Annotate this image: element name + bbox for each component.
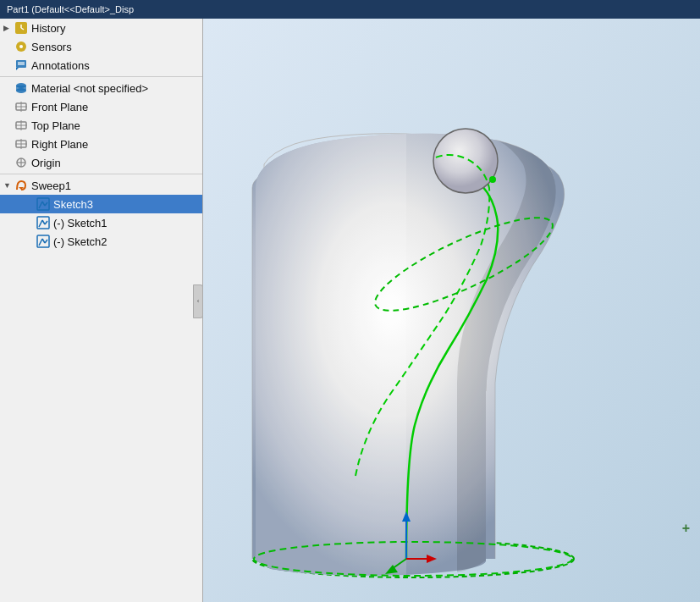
tree-icon-material [14, 80, 29, 96]
tree-icon-front-plane [14, 99, 29, 114]
tree-icon-sensors [14, 39, 29, 54]
tree-label-sketch3: Sketch3 [53, 198, 93, 211]
svg-marker-8 [16, 68, 19, 70]
svg-point-4 [19, 45, 23, 48]
tree-label-right-plane: Right Plane [31, 138, 88, 151]
tree-label-annotations: Annotations [31, 59, 90, 72]
tree-item-top-plane[interactable]: Top Plane [0, 116, 202, 135]
tree-arrow-history: ▶ [3, 24, 14, 32]
tree-label-front-plane: Front Plane [31, 101, 88, 113]
tree-icon-top-plane [14, 118, 29, 133]
tree-item-history[interactable]: ▶History [0, 19, 202, 37]
tree-divider [0, 76, 202, 77]
tree-item-front-plane[interactable]: Front Plane [0, 97, 202, 116]
tree-item-right-plane[interactable]: Right Plane [0, 135, 202, 153]
svg-line-35 [42, 239, 45, 243]
svg-line-28 [45, 202, 47, 206]
main-area: ▶HistorySensorsAnnotationsMaterial <not … [0, 19, 700, 602]
svg-line-36 [45, 240, 47, 243]
tree-icon-right-plane [14, 136, 29, 152]
tree-item-origin[interactable]: Origin [0, 153, 202, 172]
tree-label-history: History [31, 22, 65, 35]
tree-label-origin: Origin [31, 157, 61, 169]
tree-icon-origin [14, 155, 29, 170]
tree-item-sketch3[interactable]: Sketch3 [0, 195, 202, 213]
title-text: Part1 (Default<<Default>_Disp [7, 4, 134, 14]
tree-label-top-plane: Top Plane [31, 119, 80, 132]
tree-item-sensors[interactable]: Sensors [0, 37, 202, 56]
svg-line-27 [42, 202, 45, 206]
title-bar: Part1 (Default<<Default>_Disp [0, 0, 700, 19]
feature-tree: ▶HistorySensorsAnnotationsMaterial <not … [0, 19, 203, 602]
svg-point-40 [489, 176, 496, 183]
svg-point-39 [433, 129, 498, 193]
tree-icon-sweep1 [14, 178, 29, 193]
tree-icon-annotations [14, 58, 29, 73]
svg-line-26 [39, 202, 42, 208]
viewport[interactable]: + [203, 19, 700, 602]
tree-item-sketch2[interactable]: (-) Sketch2 [0, 232, 202, 251]
tree-arrow-sweep1: ▼ [3, 181, 14, 190]
tree-icon-sketch3 [36, 196, 51, 212]
svg-line-32 [45, 221, 47, 224]
tree-label-material: Material <not specified> [31, 82, 148, 95]
tree-icon-sketch1 [36, 215, 51, 230]
svg-point-11 [16, 88, 26, 93]
tree-item-annotations[interactable]: Annotations [0, 56, 202, 75]
plus-indicator: + [682, 521, 690, 536]
tree-label-sketch2: (-) Sketch2 [53, 235, 107, 248]
svg-line-30 [39, 220, 42, 227]
tree-label-sweep1: Sweep1 [31, 179, 71, 192]
svg-line-34 [39, 239, 42, 246]
tree-item-material[interactable]: Material <not specified> [0, 79, 202, 97]
tree-label-sketch1: (-) Sketch1 [53, 217, 107, 229]
tree-icon-history [14, 20, 29, 36]
sidebar-collapse-handle[interactable]: ‹ [193, 284, 203, 318]
tree-icon-sketch2 [36, 234, 51, 249]
tree-item-sketch1[interactable]: (-) Sketch1 [0, 213, 202, 232]
tree-divider [0, 174, 202, 174]
tree-item-sweep1[interactable]: ▼Sweep1 [0, 176, 202, 195]
svg-line-31 [42, 220, 45, 224]
tree-label-sensors: Sensors [31, 41, 72, 53]
